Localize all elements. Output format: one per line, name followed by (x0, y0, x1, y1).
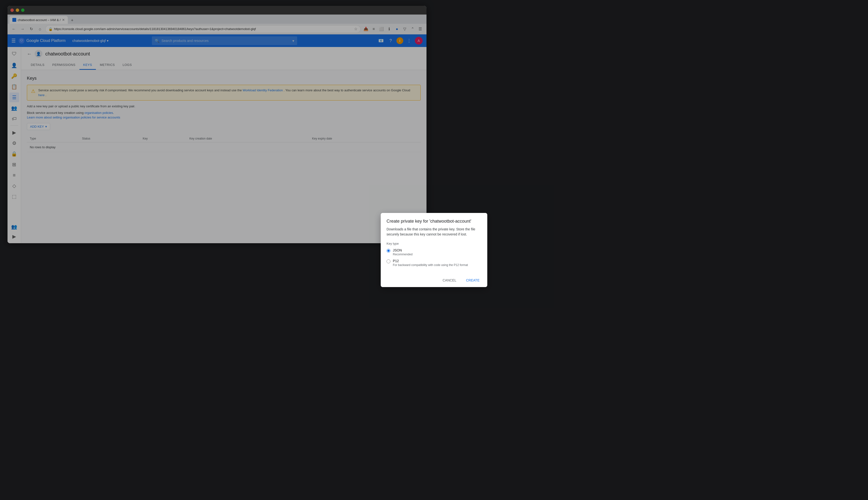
json-option-labels: JSON Recommended (393, 248, 413, 250)
json-label: JSON (393, 248, 413, 250)
dialog-title: Create private key for 'chatwootbot-acco… (386, 219, 434, 224)
dialog-description: Downloads a file that contains the priva… (386, 227, 434, 237)
dialog-body: Create private key for 'chatwootbot-acco… (381, 213, 434, 250)
json-option: JSON Recommended (386, 248, 434, 250)
create-key-dialog: Create private key for 'chatwootbot-acco… (381, 213, 434, 250)
dialog-overlay[interactable]: Create private key for 'chatwootbot-acco… (0, 0, 434, 250)
key-type-label: Key type (386, 242, 434, 246)
json-radio[interactable] (386, 249, 390, 250)
